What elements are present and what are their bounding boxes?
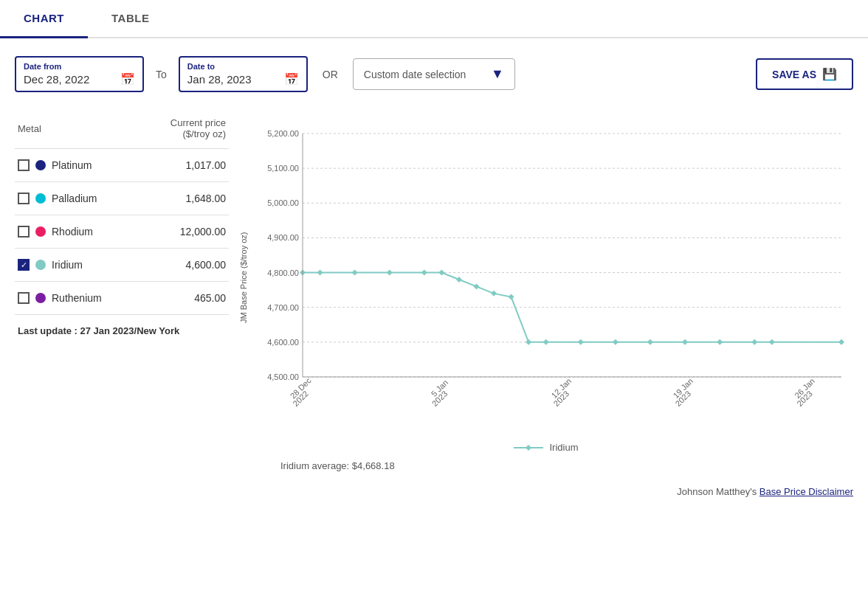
svg-marker-31 <box>438 270 444 276</box>
col-header-price: Current price ($/troy oz) <box>142 111 229 149</box>
date-from-field[interactable]: Date from Dec 28, 2022 📅 <box>15 56 144 92</box>
calendar-from-icon[interactable]: 📅 <box>120 72 135 86</box>
main-area: Metal Current price ($/troy oz) Platinum <box>0 104 868 479</box>
table-row: ✓ Iridium 4,600.00 <box>15 249 229 282</box>
date-to-value: Jan 28, 2023 <box>187 73 252 86</box>
metal-name: Platinum <box>52 159 92 171</box>
svg-marker-37 <box>543 339 549 345</box>
checkbox-platinum[interactable] <box>18 159 30 171</box>
or-separator: OR <box>317 69 344 80</box>
svg-marker-39 <box>613 339 619 345</box>
date-to-field[interactable]: Date to Jan 28, 2023 📅 <box>179 56 308 92</box>
metal-name: Rhodium <box>52 226 93 238</box>
table-row: Ruthenium 465.00 <box>15 282 229 315</box>
metals-table: Metal Current price ($/troy oz) Platinum <box>15 111 229 315</box>
metal-price: 4,600.00 <box>142 249 229 282</box>
metal-dot-ruthenium <box>35 293 46 303</box>
tab-table[interactable]: TABLE <box>88 0 173 38</box>
svg-text:5,100.00: 5,100.00 <box>267 164 299 173</box>
svg-marker-28 <box>352 270 358 276</box>
svg-marker-27 <box>317 270 323 276</box>
svg-marker-49 <box>526 445 531 451</box>
checkbox-rhodium[interactable] <box>18 226 30 238</box>
svg-text:4,700.00: 4,700.00 <box>267 303 299 312</box>
chart-legend: Iridium <box>236 442 856 453</box>
svg-marker-30 <box>421 270 427 276</box>
date-from-value: Dec 28, 2022 <box>24 73 89 86</box>
custom-date-dropdown[interactable]: Custom date selection ▼ <box>353 58 515 90</box>
metal-name: Ruthenium <box>52 292 102 304</box>
svg-marker-35 <box>509 294 514 300</box>
footer: Johnson Matthey's Base Price Disclaimer <box>0 479 868 505</box>
legend-label: Iridium <box>549 442 578 453</box>
save-icon: 💾 <box>822 67 837 81</box>
svg-text:5,000.00: 5,000.00 <box>267 198 299 207</box>
col-header-metal: Metal <box>15 111 142 149</box>
svg-marker-36 <box>526 339 531 345</box>
svg-marker-42 <box>717 339 723 345</box>
chart-wrapper: JM Base Price ($/troy oz) 5,200.005,100.… <box>236 119 856 471</box>
metal-dot-iridium <box>35 260 46 270</box>
svg-marker-40 <box>647 339 653 345</box>
y-axis-label: JM Base Price ($/troy oz) <box>236 119 251 436</box>
table-row: Palladium 1,648.00 <box>15 182 229 215</box>
metals-panel: Metal Current price ($/troy oz) Platinum <box>15 111 229 471</box>
date-from-label: Date from <box>24 62 135 71</box>
svg-text:4,800.00: 4,800.00 <box>267 268 299 277</box>
metal-name: Iridium <box>52 259 83 271</box>
svg-text:5,200.00: 5,200.00 <box>267 129 299 138</box>
svg-marker-32 <box>456 277 462 283</box>
controls-row: Date from Dec 28, 2022 📅 To Date to Jan … <box>0 38 868 104</box>
checkbox-ruthenium[interactable] <box>18 292 30 304</box>
custom-date-label: Custom date selection <box>364 69 466 80</box>
svg-marker-34 <box>491 291 497 297</box>
metal-dot-platinum <box>35 160 46 170</box>
checkbox-iridium[interactable]: ✓ <box>18 259 30 271</box>
metal-price: 12,000.00 <box>142 215 229 249</box>
chart-area: JM Base Price ($/troy oz) 5,200.005,100.… <box>229 111 856 471</box>
chart-svg: 5,200.005,100.005,000.004,900.004,800.00… <box>251 119 856 436</box>
svg-marker-43 <box>751 339 757 345</box>
metal-dot-rhodium <box>35 226 46 237</box>
metal-name: Palladium <box>52 193 97 204</box>
base-price-disclaimer-link[interactable]: Base Price Disclaimer <box>760 486 853 497</box>
to-separator: To <box>153 69 170 80</box>
svg-marker-45 <box>838 339 844 345</box>
date-to-label: Date to <box>187 62 299 71</box>
svg-marker-41 <box>682 339 688 345</box>
tab-chart[interactable]: CHART <box>0 0 88 38</box>
svg-text:4,500.00: 4,500.00 <box>267 372 299 381</box>
checkbox-palladium[interactable] <box>18 193 30 204</box>
svg-text:4,900.00: 4,900.00 <box>267 233 299 242</box>
iridium-average: Iridium average: $4,668.18 <box>236 460 856 471</box>
metal-price: 1,648.00 <box>142 182 229 215</box>
chart-svg-container: JM Base Price ($/troy oz) 5,200.005,100.… <box>236 119 856 436</box>
svg-marker-29 <box>387 270 393 276</box>
metal-price: 465.00 <box>142 282 229 315</box>
metal-dot-palladium <box>35 193 46 204</box>
svg-text:4,600.00: 4,600.00 <box>267 338 299 347</box>
footer-brand: Johnson Matthey's <box>677 486 757 497</box>
svg-marker-38 <box>578 339 584 345</box>
save-as-button[interactable]: SAVE AS 💾 <box>756 58 853 90</box>
chevron-down-icon: ▼ <box>491 66 504 82</box>
calendar-to-icon[interactable]: 📅 <box>284 72 299 86</box>
table-row: Platinum 1,017.00 <box>15 149 229 182</box>
table-row: Rhodium 12,000.00 <box>15 215 229 249</box>
svg-marker-33 <box>473 283 479 289</box>
svg-marker-44 <box>769 339 775 345</box>
last-update: Last update : 27 Jan 2023/New York <box>15 315 229 342</box>
metal-price: 1,017.00 <box>142 149 229 182</box>
save-as-label: SAVE AS <box>772 69 816 80</box>
legend-line-icon <box>514 443 543 452</box>
